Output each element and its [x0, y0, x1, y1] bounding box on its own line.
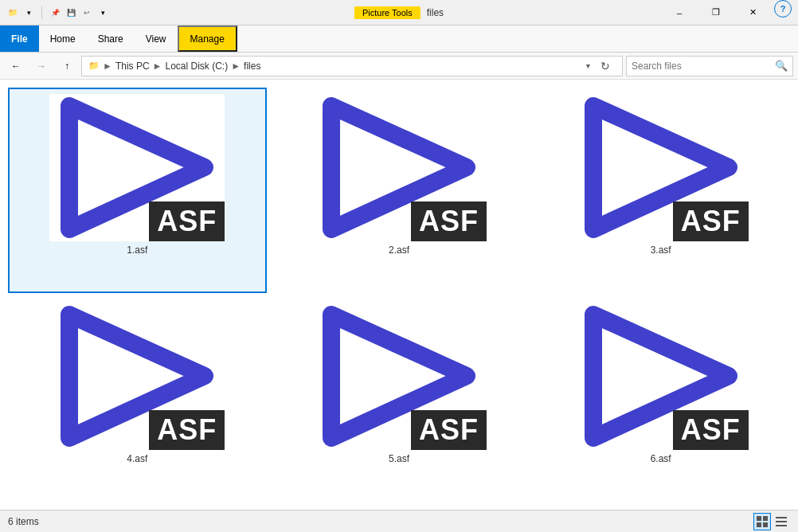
svg-rect-17: [776, 521, 787, 522]
address-input[interactable]: 📁 ► This PC ► Local Disk (C:) ► files ▼ …: [81, 56, 623, 76]
quick-access: 📁 ▾ 📌 💾 ↩ ▾: [6, 6, 109, 19]
help-button[interactable]: ?: [774, 0, 792, 18]
asf-icon: ASF: [573, 94, 749, 241]
list-view-icon: [776, 516, 787, 527]
address-bar: ← → ↑ 📁 ► This PC ► Local Disk (C:) ► fi…: [0, 53, 798, 80]
asf-icon: ASF: [573, 303, 749, 450]
asf-badge: ASF: [411, 410, 487, 450]
close-button[interactable]: ✕: [734, 0, 771, 25]
view-list-button[interactable]: [773, 513, 790, 530]
asf-icon: ASF: [311, 303, 487, 450]
ribbon: File Home Share View Manage: [0, 25, 798, 53]
file-thumbnail: ASF: [49, 94, 225, 241]
breadcrumb-thispc[interactable]: This PC: [115, 61, 150, 72]
tab-manage[interactable]: Manage: [178, 25, 237, 52]
divider: [41, 6, 42, 19]
refresh-button[interactable]: ↻: [595, 56, 616, 76]
file-thumbnail: ASF: [311, 94, 487, 241]
tab-view[interactable]: View: [135, 25, 178, 52]
svg-rect-14: [757, 522, 761, 527]
maximize-button[interactable]: ❐: [698, 0, 734, 25]
file-thumbnail: ASF: [49, 303, 225, 450]
file-grid: ASF 1.asf ASF 2.asf: [0, 80, 798, 510]
asf-badge: ASF: [149, 410, 225, 450]
address-dropdown-icon[interactable]: ▼: [585, 62, 592, 70]
file-item[interactable]: ASF 5.asf: [270, 296, 529, 502]
svg-rect-18: [776, 525, 787, 526]
pin-icon: 📌: [49, 6, 61, 19]
title-area: Picture Tools files: [354, 6, 444, 19]
file-label: 1.asf: [127, 244, 147, 256]
asf-icon: ASF: [49, 94, 225, 241]
file-label: 6.asf: [651, 453, 671, 464]
svg-rect-12: [757, 516, 761, 521]
file-label: 2.asf: [389, 244, 409, 256]
grid-view-icon: [757, 516, 768, 527]
file-item[interactable]: ASF 3.asf: [531, 88, 790, 293]
folder-icon: 📁: [6, 6, 19, 19]
file-item[interactable]: ASF 1.asf: [8, 88, 267, 293]
status-bar: 6 items: [0, 510, 798, 532]
breadcrumb-localdisk[interactable]: Local Disk (C:): [165, 61, 228, 72]
save-icon: 💾: [65, 6, 77, 19]
asf-badge: ASF: [149, 201, 225, 241]
minimize-button[interactable]: –: [661, 0, 698, 25]
asf-badge: ASF: [673, 410, 749, 450]
asf-badge: ASF: [673, 201, 749, 241]
breadcrumb-icon: 📁: [88, 61, 100, 71]
back-button[interactable]: ←: [5, 56, 27, 76]
svg-rect-13: [763, 516, 768, 521]
search-icon[interactable]: 🔍: [775, 60, 788, 72]
svg-rect-15: [763, 522, 768, 527]
asf-icon: ASF: [311, 94, 487, 241]
tab-file[interactable]: File: [0, 25, 39, 52]
forward-button[interactable]: →: [30, 56, 53, 76]
undo-icon: ↩: [80, 6, 93, 19]
file-label: 4.asf: [127, 453, 147, 464]
file-item[interactable]: ASF 4.asf: [8, 296, 267, 502]
file-item[interactable]: ASF 2.asf: [270, 88, 529, 293]
main-content: ASF 1.asf ASF 2.asf: [0, 80, 798, 510]
file-thumbnail: ASF: [573, 94, 749, 241]
dropdown-icon[interactable]: ▾: [96, 6, 109, 19]
quick-access-arrow: ▾: [22, 6, 35, 19]
up-button[interactable]: ↑: [56, 56, 78, 76]
window-title: files: [427, 7, 444, 18]
search-box[interactable]: 🔍: [626, 56, 793, 76]
window-controls: – ❐ ✕ ?: [661, 0, 792, 25]
asf-icon: ASF: [49, 303, 225, 450]
tab-home[interactable]: Home: [39, 25, 87, 52]
file-thumbnail: ASF: [311, 303, 487, 450]
svg-rect-16: [776, 517, 787, 518]
asf-badge: ASF: [411, 201, 487, 241]
search-input[interactable]: [632, 61, 775, 72]
picture-tools-tab[interactable]: Picture Tools: [354, 6, 421, 19]
file-label: 3.asf: [651, 244, 671, 256]
file-item[interactable]: ASF 6.asf: [531, 296, 790, 502]
breadcrumb-files[interactable]: files: [244, 61, 260, 72]
tab-share[interactable]: Share: [87, 25, 135, 52]
title-bar: 📁 ▾ 📌 💾 ↩ ▾ Picture Tools files – ❐ ✕ ?: [0, 0, 798, 25]
view-grid-button[interactable]: [753, 513, 771, 530]
file-thumbnail: ASF: [573, 303, 749, 450]
view-toggle: [753, 513, 790, 530]
item-count: 6 items: [8, 516, 39, 527]
file-label: 5.asf: [389, 453, 409, 464]
